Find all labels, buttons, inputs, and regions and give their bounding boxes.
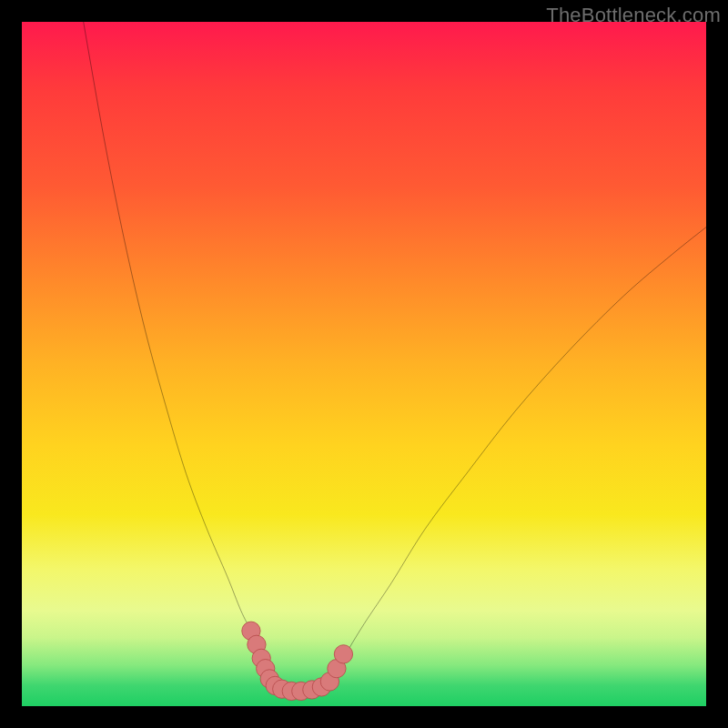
curve-overlay xyxy=(22,22,706,706)
watermark-text: TheBottleneck.com xyxy=(546,4,721,27)
right-curve xyxy=(329,228,706,686)
trough-marker-dot xyxy=(334,645,352,663)
chart-frame: TheBottleneck.com xyxy=(0,0,728,728)
trough-markers xyxy=(242,622,353,700)
left-curve xyxy=(84,22,282,685)
